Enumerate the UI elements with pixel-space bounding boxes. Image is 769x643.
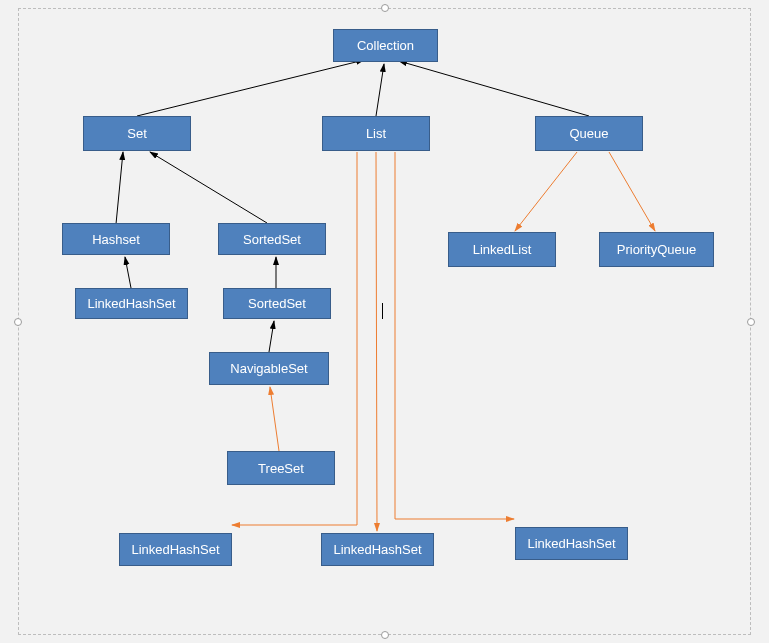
node-collection[interactable]: Collection — [333, 29, 438, 62]
node-label: Collection — [357, 38, 414, 53]
node-priorityqueue[interactable]: PriorityQueue — [599, 232, 714, 267]
node-label: TreeSet — [258, 461, 304, 476]
node-label: SortedSet — [248, 296, 306, 311]
node-sortedset1[interactable]: SortedSet — [218, 223, 326, 255]
node-label: LinkedList — [473, 242, 532, 257]
selection-handle-top[interactable] — [381, 4, 389, 12]
connector-queue-priorityqueue — [609, 152, 655, 231]
node-set[interactable]: Set — [83, 116, 191, 151]
connector-list-linkedhashset4 — [395, 152, 514, 519]
connector-list-linkedhashset3 — [376, 152, 377, 531]
node-hashset[interactable]: Hashset — [62, 223, 170, 255]
node-treeset[interactable]: TreeSet — [227, 451, 335, 485]
node-label: LinkedHashSet — [527, 536, 615, 551]
node-label: LinkedHashSet — [87, 296, 175, 311]
text-cursor — [382, 303, 383, 319]
node-navigableset[interactable]: NavigableSet — [209, 352, 329, 385]
node-linkedhashset2[interactable]: LinkedHashSet — [119, 533, 232, 566]
node-linkedhashset1[interactable]: LinkedHashSet — [75, 288, 188, 319]
node-label: Hashset — [92, 232, 140, 247]
selection-handle-left[interactable] — [14, 318, 22, 326]
connector-queue-collection — [399, 61, 589, 116]
node-linkedlist[interactable]: LinkedList — [448, 232, 556, 267]
diagram-canvas: Collection Set List Queue Hashset Sorted… — [18, 8, 751, 635]
node-label: NavigableSet — [230, 361, 307, 376]
node-label: SortedSet — [243, 232, 301, 247]
connector-set-collection — [137, 60, 364, 116]
selection-handle-bottom[interactable] — [381, 631, 389, 639]
connector-queue-linkedlist — [515, 152, 577, 231]
node-label: LinkedHashSet — [333, 542, 421, 557]
node-label: List — [366, 126, 386, 141]
node-queue[interactable]: Queue — [535, 116, 643, 151]
node-sortedset2[interactable]: SortedSet — [223, 288, 331, 319]
connector-sortedset-set — [150, 152, 267, 223]
node-linkedhashset3[interactable]: LinkedHashSet — [321, 533, 434, 566]
node-list[interactable]: List — [322, 116, 430, 151]
node-label: LinkedHashSet — [131, 542, 219, 557]
connector-hashset-set — [116, 152, 123, 224]
node-label: PriorityQueue — [617, 242, 696, 257]
node-linkedhashset4[interactable]: LinkedHashSet — [515, 527, 628, 560]
connector-linkedhashset-hashset — [125, 257, 131, 288]
connector-treeset-navigableset — [270, 387, 279, 451]
connector-navigableset-sortedset2 — [269, 321, 274, 352]
selection-handle-right[interactable] — [747, 318, 755, 326]
node-label: Queue — [569, 126, 608, 141]
connector-list-collection — [376, 64, 384, 116]
node-label: Set — [127, 126, 147, 141]
